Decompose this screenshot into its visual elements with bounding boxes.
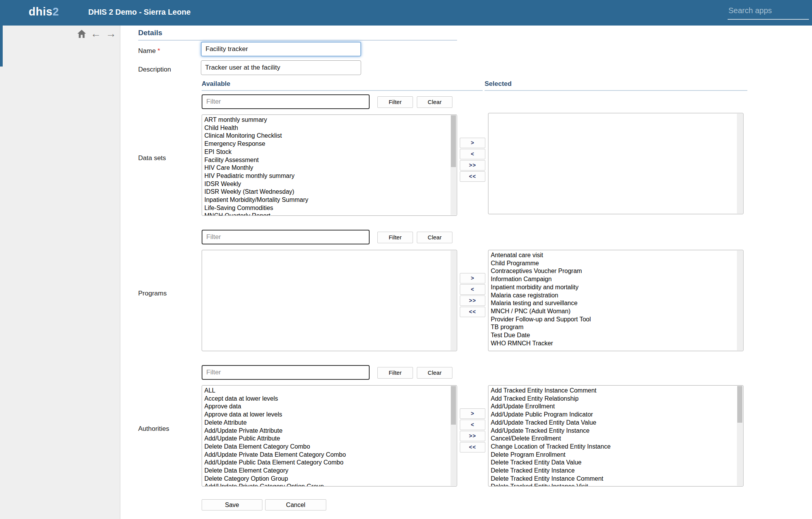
list-option[interactable]: Add/Update Public Attribute [202,435,457,443]
list-option[interactable]: Approve data at lower levels [202,411,457,419]
list-option[interactable]: Delete Tracked Entity Instance [488,467,743,475]
list-option[interactable]: Accept data at lower levels [202,395,457,403]
list-option[interactable]: Inpatient morbidity and mortality [488,283,743,292]
name-input[interactable] [201,42,361,56]
list-option[interactable]: Add Tracked Entity Relationship [488,395,743,403]
list-option[interactable]: Delete Tracked Entity Instance Comment [488,475,743,483]
move-all-right-button[interactable]: >> [460,431,485,441]
authorities-clear-button[interactable]: Clear [417,367,452,379]
move-selected-right-button[interactable]: > [460,138,485,148]
list-option[interactable]: Add/Update Private Attribute [202,427,457,435]
move-selected-right-button[interactable]: > [460,273,485,283]
list-option[interactable]: Child Health [202,124,457,132]
data-sets-filter-button[interactable]: Filter [377,96,413,108]
move-selected-right-button[interactable]: > [460,408,485,419]
list-option[interactable]: Malaria testing and surveillance [488,299,743,307]
list-option[interactable]: Delete Category Option Group [202,475,457,483]
list-option[interactable]: Add/Update Public Program Indicator [488,411,743,419]
list-option[interactable]: MNCH Quarterly Report [202,212,457,216]
move-all-right-button[interactable]: >> [460,295,485,306]
list-option[interactable]: Add/Update Private Data Element Category… [202,451,457,459]
data-sets-selected-list[interactable] [488,113,743,214]
authorities-available-list[interactable]: ALLAccept data at lower levelsApprove da… [202,385,457,487]
list-option[interactable]: Add/Update Tracked Entity Data Value [488,419,743,427]
list-option[interactable]: Add/Update Private Category Option Group [202,483,457,487]
available-rule [202,90,483,91]
move-all-left-button[interactable]: << [460,171,485,182]
list-option[interactable]: Malaria case registration [488,292,743,300]
move-selected-left-button[interactable]: < [460,420,485,430]
move-all-left-button[interactable]: << [460,307,485,317]
list-option[interactable]: IDSR Weekly [202,180,457,188]
list-option[interactable]: Life-Saving Commodities [202,204,457,212]
programs-selected-scrollbar[interactable] [737,251,743,350]
data-sets-filter-input[interactable] [202,94,370,109]
sidebar-scrollbar[interactable] [0,26,3,67]
list-option[interactable]: Emergency Response [202,140,457,148]
programs-filter-button[interactable]: Filter [377,232,413,243]
list-option[interactable]: Delete Tracked Entity Instance Visit [488,483,743,487]
list-option[interactable]: Clinical Monitoring Checklist [202,132,457,140]
selected-rule [485,90,747,91]
home-icon[interactable] [77,30,86,38]
section-data-sets: Filter Clear Data sets ART monthly summa… [120,94,759,218]
list-option[interactable]: Delete Attribute [202,419,457,427]
list-option[interactable]: Inpatient Morbidity/Mortality Summary [202,196,457,204]
search-apps-input[interactable] [728,5,809,20]
list-option[interactable]: Cancel/Delete Enrollment [488,435,743,443]
back-arrow-icon[interactable]: ← [91,29,101,39]
list-option[interactable]: Change Location of Tracked Entity Instan… [488,443,743,451]
list-option[interactable]: Child Programme [488,260,743,268]
list-option[interactable]: Test Due Date [488,331,743,340]
data-sets-clear-button[interactable]: Clear [417,96,452,108]
data-sets-available-scrollbar[interactable] [451,115,456,215]
list-option[interactable]: Add/Update Tracked Entity Instance [488,427,743,435]
list-option[interactable]: Contraceptives Voucher Program [488,267,743,275]
list-option[interactable]: MNCH / PNC (Adult Woman) [488,307,743,316]
list-option[interactable]: HIV Care Monthly [202,164,457,172]
list-option[interactable]: Antenatal care visit [488,251,743,260]
list-option[interactable]: Add/Update Enrollment [488,403,743,411]
list-option[interactable]: Delete Tracked Entity Data Value [488,459,743,467]
list-option[interactable]: Add Tracked Entity Instance Comment [488,387,743,395]
list-option[interactable]: ALL [202,387,457,395]
programs-label: Programs [138,290,167,297]
move-selected-left-button[interactable]: < [460,284,485,295]
list-option[interactable]: IDSR Weekly (Start Wednesday) [202,188,457,196]
list-option[interactable]: Provider Follow-up and Support Tool [488,316,743,324]
move-all-right-button[interactable]: >> [460,160,485,171]
list-option[interactable]: TB program [488,323,743,331]
list-option[interactable]: Information Campaign [488,275,743,283]
save-button[interactable]: Save [202,499,262,510]
authorities-selected-list[interactable]: Add Tracked Entity Instance CommentAdd T… [488,385,743,487]
list-option[interactable]: ART monthly summary [202,116,457,124]
data-sets-selected-scrollbar[interactable] [737,114,743,213]
list-option[interactable]: Add/Update Public Data Element Category … [202,459,457,467]
authorities-filter-input[interactable] [202,365,370,380]
list-option[interactable]: Delete Data Element Category Combo [202,443,457,451]
move-selected-left-button[interactable]: < [460,149,485,159]
authorities-move-buttons: > < >> << [460,408,485,453]
list-option[interactable]: EPI Stock [202,148,457,156]
list-option[interactable]: Facility Assessment [202,156,457,164]
description-input[interactable] [201,60,361,75]
sidebar: ← → [0,26,120,519]
authorities-selected-scrollbar[interactable] [737,386,743,486]
data-sets-available-list[interactable]: ART monthly summaryChild HealthClinical … [202,114,457,216]
list-option[interactable]: Delete Data Element Category [202,467,457,475]
list-option[interactable]: Delete Program Enrollment [488,451,743,459]
programs-clear-button[interactable]: Clear [417,232,452,243]
list-option[interactable]: WHO RMNCH Tracker [488,340,743,348]
dhis2-logo[interactable]: dhis2 [29,5,59,18]
programs-available-list[interactable] [202,250,457,351]
programs-available-scrollbar[interactable] [451,251,456,350]
list-option[interactable]: Approve data [202,403,457,411]
move-all-left-button[interactable]: << [460,442,485,452]
forward-arrow-icon[interactable]: → [106,29,116,39]
authorities-filter-button[interactable]: Filter [377,367,413,379]
programs-filter-input[interactable] [202,230,370,244]
authorities-available-scrollbar[interactable] [451,386,456,486]
cancel-button[interactable]: Cancel [265,499,326,510]
programs-selected-list[interactable]: Antenatal care visitChild ProgrammeContr… [488,250,743,351]
list-option[interactable]: HIV Peadiatric monthly summary [202,172,457,180]
